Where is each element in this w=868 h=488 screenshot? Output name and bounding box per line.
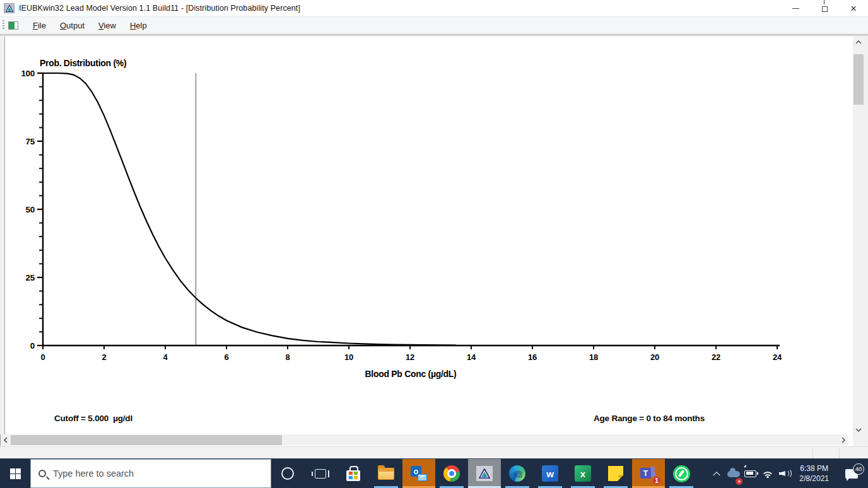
window-title: IEUBKwin32 Lead Model Version 1.1 Build1… bbox=[19, 4, 300, 13]
scroll-up-arrow[interactable] bbox=[853, 37, 864, 47]
plug-icon bbox=[744, 465, 749, 470]
stat-cutoff: Cutoff = 5.000 µg/dl bbox=[54, 413, 132, 424]
teams-button[interactable]: T 1 bbox=[632, 459, 665, 488]
stat-age-range: Age Range = 0 to 84 months bbox=[594, 413, 705, 424]
menu-view[interactable]: View bbox=[91, 18, 123, 33]
taskbar: Type here to search o w x T 1 bbox=[0, 458, 868, 488]
system-tray: × 6:38 PM 2/8/2021 40 bbox=[708, 459, 868, 488]
scroll-left-arrow[interactable] bbox=[1, 434, 11, 446]
volume-tray-button[interactable] bbox=[776, 459, 793, 488]
toolbar-grip[interactable] bbox=[3, 20, 4, 30]
whatsapp-icon bbox=[673, 465, 690, 482]
status-bar bbox=[0, 446, 868, 459]
app-delta-icon[interactable] bbox=[4, 3, 15, 13]
window-controls: × bbox=[781, 0, 868, 17]
vertical-scrollbar[interactable] bbox=[853, 37, 864, 435]
x-tick-label: 22 bbox=[712, 352, 720, 362]
scrollbar-corner bbox=[853, 434, 864, 446]
battery-icon bbox=[744, 470, 756, 477]
search-placeholder: Type here to search bbox=[53, 468, 134, 479]
restore-icon bbox=[822, 6, 828, 12]
battery-tray-button[interactable] bbox=[742, 459, 759, 488]
task-view-icon bbox=[315, 469, 326, 479]
store-icon bbox=[346, 470, 360, 481]
ieubk-delta-taskbar-icon bbox=[476, 465, 493, 482]
excel-icon: x bbox=[575, 465, 591, 482]
x-tick-label: 8 bbox=[286, 352, 290, 362]
task-view-button[interactable] bbox=[304, 459, 337, 488]
windows-logo-icon bbox=[10, 468, 21, 479]
ieubk-app-button[interactable] bbox=[468, 459, 501, 488]
menu-file[interactable]: File bbox=[26, 18, 53, 33]
whatsapp-button[interactable] bbox=[665, 459, 698, 488]
file-explorer-button[interactable] bbox=[370, 459, 402, 488]
scroll-down-arrow[interactable] bbox=[853, 424, 864, 435]
x-tick-label: 6 bbox=[225, 352, 229, 362]
y-tick-label: 100 bbox=[21, 69, 35, 78]
teams-notification-badge: 1 bbox=[652, 475, 662, 485]
x-tick-label: 16 bbox=[528, 352, 537, 362]
menu-help[interactable]: Help bbox=[123, 18, 154, 33]
onedrive-tray-button[interactable]: × bbox=[725, 459, 742, 488]
outlook-icon: o bbox=[411, 466, 427, 481]
distribution-chart-window: Prob. Distribution (%) Blood Pb Conc (µg… bbox=[4, 37, 853, 446]
chart-title: Prob. Distribution (%) bbox=[40, 58, 126, 68]
menu-output[interactable]: Output bbox=[53, 18, 91, 33]
y-tick-label: 25 bbox=[26, 273, 35, 282]
start-button[interactable] bbox=[0, 459, 30, 488]
x-axis-label: Blood Pb Conc (µg/dL) bbox=[365, 369, 457, 379]
horizontal-scroll-thumb[interactable] bbox=[11, 435, 282, 445]
title-bar: IEUBKwin32 Lead Model Version 1.1 Build1… bbox=[0, 0, 868, 17]
menu-bar: File Output View Help bbox=[0, 17, 868, 34]
y-tick-label: 75 bbox=[26, 137, 35, 146]
x-tick-label: 2 bbox=[102, 352, 107, 362]
taskbar-search-input[interactable]: Type here to search bbox=[30, 459, 271, 488]
restore-button[interactable] bbox=[810, 0, 839, 17]
edge-icon bbox=[509, 465, 525, 482]
x-tick-label: 0 bbox=[41, 352, 45, 362]
minimize-icon bbox=[792, 8, 799, 9]
y-tick-label: 0 bbox=[30, 341, 35, 351]
volume-icon bbox=[779, 469, 790, 478]
mdi-client-area: Prob. Distribution (%) Blood Pb Conc (µg… bbox=[0, 35, 868, 458]
close-button[interactable]: × bbox=[839, 0, 868, 17]
word-icon: w bbox=[542, 465, 558, 482]
chrome-button[interactable] bbox=[435, 459, 468, 488]
chevron-up-icon bbox=[713, 472, 720, 479]
cortana-button[interactable] bbox=[271, 459, 304, 488]
search-icon bbox=[38, 470, 46, 477]
screen: IEUBKwin32 Lead Model Version 1.1 Build1… bbox=[0, 0, 868, 488]
clock-date: 2/8/2021 bbox=[799, 473, 829, 484]
edge-button[interactable] bbox=[501, 459, 534, 488]
x-tick-label: 18 bbox=[589, 352, 598, 362]
clock-time: 6:38 PM bbox=[800, 463, 828, 473]
word-button[interactable]: w bbox=[534, 459, 566, 488]
x-tick-label: 14 bbox=[467, 352, 476, 362]
outlook-button[interactable]: o bbox=[402, 459, 435, 488]
excel-button[interactable]: x bbox=[566, 459, 599, 488]
action-center-button[interactable]: 40 bbox=[835, 469, 868, 479]
taskbar-clock[interactable]: 6:38 PM 2/8/2021 bbox=[793, 463, 835, 484]
folder-icon bbox=[378, 468, 394, 480]
wifi-tray-button[interactable] bbox=[759, 459, 776, 488]
child-window-icon[interactable] bbox=[8, 21, 18, 30]
chrome-icon bbox=[443, 465, 460, 482]
y-tick-label: 50 bbox=[26, 205, 35, 214]
vertical-scroll-thumb[interactable] bbox=[853, 54, 864, 105]
scroll-right-arrow[interactable] bbox=[838, 434, 848, 446]
microsoft-store-button[interactable] bbox=[337, 459, 370, 488]
sticky-notes-icon bbox=[608, 466, 623, 481]
minimize-button[interactable] bbox=[781, 0, 810, 17]
wifi-icon bbox=[761, 469, 774, 478]
x-tick-label: 12 bbox=[406, 352, 414, 362]
x-tick-label: 20 bbox=[650, 352, 659, 362]
x-tick-label: 4 bbox=[163, 352, 168, 362]
horizontal-scrollbar[interactable] bbox=[0, 434, 848, 446]
distribution-curve bbox=[43, 73, 456, 346]
tray-expand-button[interactable] bbox=[708, 459, 725, 488]
sticky-notes-button[interactable] bbox=[599, 459, 632, 488]
onedrive-cloud-icon bbox=[727, 471, 740, 477]
x-tick-label: 10 bbox=[344, 352, 353, 362]
close-icon: × bbox=[850, 3, 857, 14]
cortana-icon bbox=[281, 467, 294, 480]
